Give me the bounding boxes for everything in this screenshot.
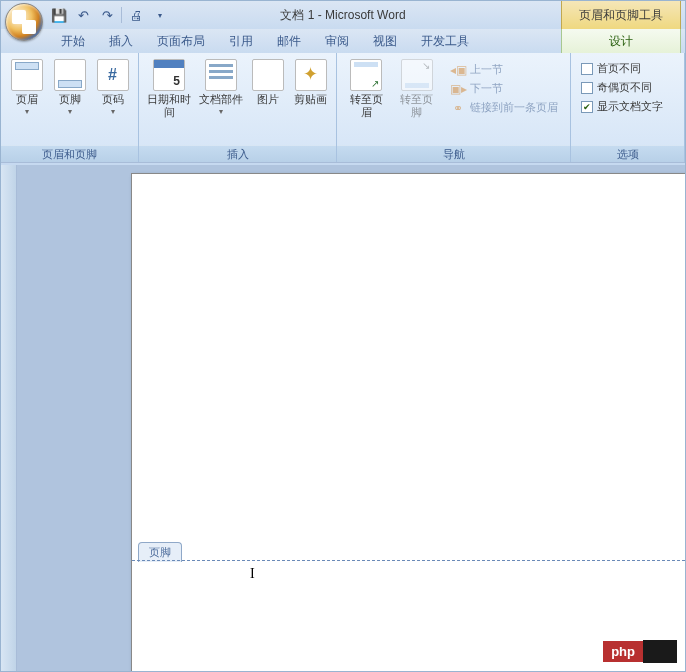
qat-redo-icon[interactable]: ↷ — [97, 5, 117, 25]
window-title: 文档 1 - Microsoft Word — [280, 7, 405, 24]
next-section-icon: ▣▸ — [450, 82, 466, 96]
dropdown-icon: ▾ — [68, 107, 72, 117]
footer-boundary-line — [132, 560, 685, 561]
clipart-button[interactable]: 剪贴画 — [292, 57, 330, 108]
tab-design[interactable]: 设计 — [597, 30, 645, 53]
footer-label: 页脚 — [59, 93, 81, 106]
quick-access-toolbar: 💾 ↶ ↷ 🖨 ▾ — [49, 5, 170, 25]
odd-even-label: 奇偶页不同 — [597, 80, 652, 95]
group-insert: 日期和时间 文档部件 ▾ 图片 剪贴画 插入 — [139, 53, 337, 162]
document-page[interactable]: 页脚 — [131, 173, 685, 671]
header-icon — [11, 59, 43, 91]
tab-home[interactable]: 开始 — [49, 30, 97, 53]
left-ruler-gutter — [1, 165, 17, 671]
tab-design-container: 设计 — [561, 29, 681, 53]
datetime-button[interactable]: 日期和时间 — [145, 57, 193, 121]
calendar-icon — [153, 59, 185, 91]
picture-label: 图片 — [257, 93, 279, 106]
header-label: 页眉 — [16, 93, 38, 106]
link-icon: ⚭ — [450, 101, 466, 115]
checkbox-icon — [581, 82, 593, 94]
group-header-footer: 页眉 ▾ 页脚 ▾ # 页码 ▾ 页眉和页脚 — [1, 53, 139, 162]
link-previous-button: ⚭ 链接到前一条页眉 — [448, 99, 560, 116]
previous-section-button: ◂▣ 上一节 — [448, 61, 560, 78]
title-bar: 💾 ↶ ↷ 🖨 ▾ 文档 1 - Microsoft Word 页眉和页脚工具 — [1, 1, 685, 29]
group-label-insert: 插入 — [139, 145, 336, 162]
dropdown-icon: ▾ — [25, 107, 29, 117]
quick-parts-icon — [205, 59, 237, 91]
group-options: 首页不同 奇偶页不同 ✔ 显示文档文字 选项 — [571, 53, 685, 162]
next-section-button: ▣▸ 下一节 — [448, 80, 560, 97]
clipart-label: 剪贴画 — [294, 93, 327, 106]
checkbox-icon — [581, 63, 593, 75]
goto-header-button[interactable]: 转至页眉 — [343, 57, 390, 121]
link-previous-label: 链接到前一条页眉 — [470, 100, 558, 115]
picture-button[interactable]: 图片 — [249, 57, 287, 108]
ribbon-tabs: 开始 插入 页面布局 引用 邮件 审阅 视图 开发工具 设计 — [1, 29, 685, 53]
page-viewport[interactable]: 页脚 — [17, 165, 685, 671]
show-doc-label: 显示文档文字 — [597, 99, 663, 114]
clipart-icon — [295, 59, 327, 91]
qat-undo-icon[interactable]: ↶ — [73, 5, 93, 25]
show-document-text-checkbox[interactable]: ✔ 显示文档文字 — [581, 99, 663, 114]
tab-review[interactable]: 审阅 — [313, 30, 361, 53]
first-page-different-checkbox[interactable]: 首页不同 — [581, 61, 663, 76]
odd-even-different-checkbox[interactable]: 奇偶页不同 — [581, 80, 663, 95]
prev-section-label: 上一节 — [470, 62, 503, 77]
quick-parts-button[interactable]: 文档部件 ▾ — [197, 57, 245, 119]
footer-region-tab[interactable]: 页脚 — [138, 542, 182, 562]
watermark-box — [643, 640, 677, 663]
watermark: php — [603, 640, 677, 663]
first-page-label: 首页不同 — [597, 61, 641, 76]
goto-header-label: 转至页眉 — [345, 93, 388, 119]
datetime-label: 日期和时间 — [147, 93, 191, 119]
header-button[interactable]: 页眉 ▾ — [7, 57, 46, 119]
document-area: 页脚 — [1, 165, 685, 671]
tab-references[interactable]: 引用 — [217, 30, 265, 53]
tab-insert[interactable]: 插入 — [97, 30, 145, 53]
dropdown-icon: ▾ — [111, 107, 115, 117]
group-navigation: 转至页眉 转至页脚 ◂▣ 上一节 ▣▸ 下一节 ⚭ — [337, 53, 571, 162]
page-number-button[interactable]: # 页码 ▾ — [93, 57, 132, 119]
office-button[interactable] — [5, 3, 43, 41]
checkbox-checked-icon: ✔ — [581, 101, 593, 113]
footer-icon — [54, 59, 86, 91]
dropdown-icon: ▾ — [219, 107, 223, 117]
text-cursor-icon — [250, 564, 252, 578]
nav-links: ◂▣ 上一节 ▣▸ 下一节 ⚭ 链接到前一条页眉 — [444, 57, 564, 120]
tab-view[interactable]: 视图 — [361, 30, 409, 53]
prev-section-icon: ◂▣ — [450, 63, 466, 77]
tab-mailings[interactable]: 邮件 — [265, 30, 313, 53]
group-label-hf: 页眉和页脚 — [1, 145, 138, 162]
group-label-options: 选项 — [571, 145, 684, 162]
picture-icon — [252, 59, 284, 91]
qat-customize-icon[interactable]: ▾ — [150, 5, 170, 25]
page-number-label: 页码 — [102, 93, 124, 106]
goto-footer-icon — [401, 59, 433, 91]
tab-developer[interactable]: 开发工具 — [409, 30, 481, 53]
footer-button[interactable]: 页脚 ▾ — [50, 57, 89, 119]
watermark-php-label: php — [603, 641, 643, 662]
goto-footer-label: 转至页脚 — [396, 93, 439, 119]
goto-footer-button: 转至页脚 — [394, 57, 441, 121]
next-section-label: 下一节 — [470, 81, 503, 96]
goto-header-icon — [350, 59, 382, 91]
qat-save-icon[interactable]: 💾 — [49, 5, 69, 25]
group-label-nav: 导航 — [337, 145, 570, 162]
qat-print-icon[interactable]: 🖨 — [126, 5, 146, 25]
app-window: 💾 ↶ ↷ 🖨 ▾ 文档 1 - Microsoft Word 页眉和页脚工具 … — [0, 0, 686, 672]
ribbon: 页眉 ▾ 页脚 ▾ # 页码 ▾ 页眉和页脚 — [1, 53, 685, 163]
page-number-icon: # — [97, 59, 129, 91]
tab-page-layout[interactable]: 页面布局 — [145, 30, 217, 53]
qat-separator — [121, 7, 122, 23]
contextual-tab-header: 页眉和页脚工具 — [561, 1, 681, 29]
quick-parts-label: 文档部件 — [199, 93, 243, 106]
